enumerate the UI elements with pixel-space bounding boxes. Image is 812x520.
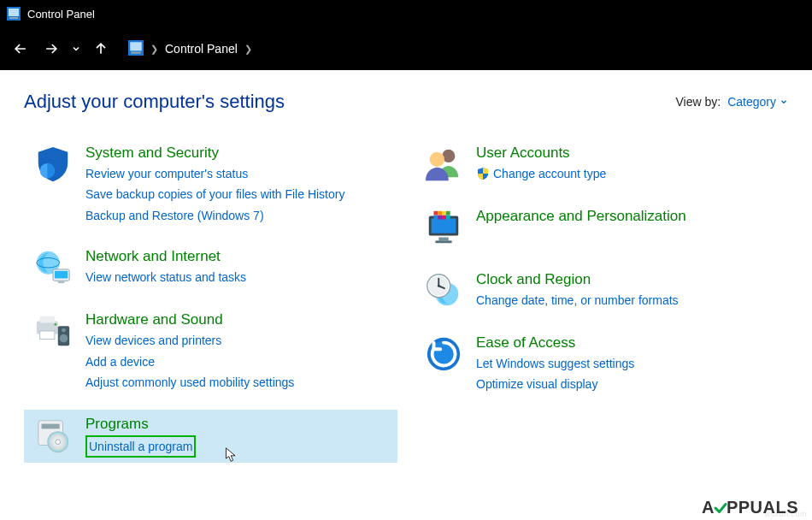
breadcrumb-root[interactable]: Control Panel	[165, 42, 238, 56]
control-panel-title-icon	[7, 7, 21, 21]
svg-rect-32	[442, 211, 446, 216]
svg-rect-14	[40, 331, 55, 340]
svg-rect-28	[438, 238, 449, 241]
printer-speaker-icon	[32, 310, 74, 352]
svg-point-25	[430, 152, 444, 167]
category-title-link[interactable]: Appearance and Personalization	[476, 207, 686, 226]
category-title-link[interactable]: Network and Internet	[85, 247, 246, 266]
category-title-link[interactable]: Hardware and Sound	[85, 310, 294, 329]
category-sublink[interactable]: Change date, time, or number formats	[476, 291, 679, 310]
page-title: Adjust your computer's settings	[24, 91, 285, 113]
category-system-security: System and Security Review your computer…	[24, 139, 397, 230]
svg-point-23	[56, 439, 61, 444]
monitor-colors-icon	[423, 207, 464, 248]
right-column: User Accounts Change account type	[415, 139, 788, 475]
category-columns: System and Security Review your computer…	[24, 139, 788, 475]
chevron-down-icon	[780, 98, 788, 106]
category-programs: Programs Uninstall a program	[24, 410, 397, 463]
svg-rect-33	[446, 211, 450, 216]
uac-shield-icon	[476, 167, 490, 180]
svg-rect-29	[435, 240, 451, 243]
svg-rect-5	[131, 51, 140, 53]
category-sublink[interactable]: Optimize visual display	[476, 375, 634, 393]
svg-point-15	[54, 323, 56, 326]
content-area: Adjust your computer's settings View by:…	[0, 70, 812, 475]
svg-rect-30	[434, 211, 438, 216]
category-sublink[interactable]: Review your computer's status	[85, 164, 344, 183]
addressbar[interactable]: ❯ Control Panel ❯	[128, 40, 252, 58]
svg-rect-31	[438, 211, 442, 216]
globe-network-icon	[32, 247, 74, 288]
svg-point-17	[60, 334, 68, 343]
category-sublink[interactable]: Add a device	[85, 352, 294, 371]
users-icon	[423, 144, 464, 185]
svg-rect-35	[438, 216, 442, 220]
shield-icon	[32, 144, 74, 185]
category-clock-region: Clock and Region Change date, time, or n…	[415, 265, 788, 316]
category-ease-of-access: Ease of Access Let Windows suggest setti…	[415, 328, 788, 399]
programs-disc-icon	[32, 415, 74, 456]
back-button[interactable]	[7, 35, 34, 62]
category-hardware-sound: Hardware and Sound View devices and prin…	[24, 305, 397, 397]
clock-globe-icon	[423, 270, 464, 311]
header-row: Adjust your computer's settings View by:…	[24, 91, 788, 113]
svg-rect-20	[42, 423, 60, 428]
viewby-value: Category	[727, 95, 776, 109]
forward-button[interactable]	[38, 35, 65, 62]
svg-rect-13	[40, 316, 55, 323]
breadcrumb-sep-icon: ❯	[244, 44, 252, 55]
breadcrumb-sep-icon: ❯	[150, 44, 158, 55]
svg-point-18	[62, 328, 66, 333]
category-sublink-label: Change account type	[493, 164, 606, 183]
navbar: ❯ Control Panel ❯	[0, 27, 812, 70]
category-title-link[interactable]: Ease of Access	[476, 334, 634, 352]
category-sublink[interactable]: View devices and printers	[85, 331, 294, 350]
source-text: wsxdn.com	[764, 510, 807, 518]
recent-dropdown-icon[interactable]	[68, 35, 84, 62]
category-appearance: Appearance and Personalization	[415, 202, 788, 253]
svg-rect-27	[432, 218, 456, 233]
left-column: System and Security Review your computer…	[24, 139, 397, 475]
window-title: Control Panel	[27, 8, 95, 21]
svg-rect-4	[130, 42, 142, 50]
category-sublink[interactable]: Change account type	[476, 164, 606, 183]
svg-rect-34	[434, 216, 438, 220]
svg-rect-2	[9, 17, 18, 19]
category-sublink[interactable]: Backup and Restore (Windows 7)	[85, 206, 344, 225]
svg-rect-36	[442, 216, 446, 220]
svg-rect-1	[9, 9, 19, 16]
category-title-link[interactable]: System and Security	[85, 144, 344, 162]
viewby-label: View by:	[676, 95, 721, 109]
svg-point-43	[438, 285, 440, 287]
svg-rect-10	[55, 271, 68, 279]
category-title-link[interactable]: User Accounts	[476, 144, 606, 162]
viewby-dropdown[interactable]: Category	[727, 95, 788, 109]
control-panel-address-icon	[128, 40, 144, 58]
up-button[interactable]	[87, 35, 115, 62]
svg-rect-37	[446, 216, 450, 220]
category-title-link[interactable]: Programs	[85, 415, 196, 434]
category-sublink[interactable]: Adjust commonly used mobility settings	[85, 373, 294, 392]
svg-rect-11	[58, 281, 65, 284]
category-sublink[interactable]: View network status and tasks	[85, 268, 246, 287]
category-title-link[interactable]: Clock and Region	[476, 270, 679, 289]
category-sublink[interactable]: Let Windows suggest settings	[476, 354, 634, 373]
category-sublink-uninstall[interactable]: Uninstall a program	[85, 435, 196, 458]
titlebar: Control Panel	[0, 0, 812, 27]
category-user-accounts: User Accounts Change account type	[415, 139, 788, 190]
category-sublink[interactable]: Save backup copies of your files with Fi…	[85, 185, 344, 204]
viewby-control: View by: Category	[676, 95, 788, 109]
category-network-internet: Network and Internet View network status…	[24, 242, 397, 293]
ease-of-access-icon	[423, 334, 464, 375]
mouse-cursor-icon	[224, 447, 239, 463]
